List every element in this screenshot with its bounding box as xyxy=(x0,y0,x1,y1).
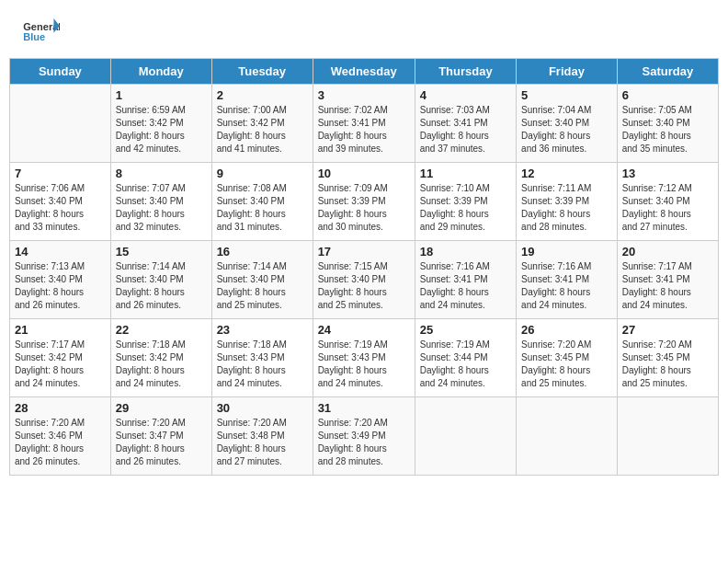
day-info: Sunrise: 7:04 AMSunset: 3:40 PMDaylight:… xyxy=(521,104,612,155)
calendar-cell: 7Sunrise: 7:06 AMSunset: 3:40 PMDaylight… xyxy=(10,163,111,241)
day-number: 12 xyxy=(521,167,612,180)
day-number: 28 xyxy=(15,401,106,415)
day-info: Sunrise: 7:17 AMSunset: 3:41 PMDaylight:… xyxy=(622,260,713,312)
day-number: 8 xyxy=(116,167,207,180)
day-number: 22 xyxy=(116,323,207,337)
calendar-cell xyxy=(517,397,618,476)
calendar-cell: 9Sunrise: 7:08 AMSunset: 3:40 PMDaylight… xyxy=(211,163,313,241)
calendar-cell: 11Sunrise: 7:10 AMSunset: 3:39 PMDayligh… xyxy=(415,163,516,241)
calendar-cell: 23Sunrise: 7:18 AMSunset: 3:43 PMDayligh… xyxy=(211,319,313,397)
calendar-cell: 2Sunrise: 7:00 AMSunset: 3:42 PMDaylight… xyxy=(211,85,313,163)
calendar-cell: 26Sunrise: 7:20 AMSunset: 3:45 PMDayligh… xyxy=(517,319,618,397)
calendar-cell: 25Sunrise: 7:19 AMSunset: 3:44 PMDayligh… xyxy=(415,319,516,397)
day-number: 23 xyxy=(217,323,308,337)
day-info: Sunrise: 7:15 AMSunset: 3:40 PMDaylight:… xyxy=(318,260,410,312)
day-info: Sunrise: 7:14 AMSunset: 3:40 PMDaylight:… xyxy=(217,260,308,312)
day-number: 17 xyxy=(318,245,410,259)
day-number: 1 xyxy=(116,88,207,102)
day-of-week-header: Thursday xyxy=(415,59,516,85)
day-info: Sunrise: 7:10 AMSunset: 3:39 PMDaylight:… xyxy=(420,182,511,234)
day-info: Sunrise: 7:06 AMSunset: 3:40 PMDaylight:… xyxy=(15,182,106,234)
day-info: Sunrise: 7:02 AMSunset: 3:41 PMDaylight:… xyxy=(318,104,410,155)
calendar-cell xyxy=(415,397,516,476)
day-number: 7 xyxy=(15,167,106,180)
day-info: Sunrise: 7:12 AMSunset: 3:40 PMDaylight:… xyxy=(622,182,713,234)
calendar-cell xyxy=(617,397,718,476)
day-number: 11 xyxy=(420,167,511,180)
calendar-cell: 21Sunrise: 7:17 AMSunset: 3:42 PMDayligh… xyxy=(10,319,111,397)
day-number: 27 xyxy=(622,323,713,337)
day-number: 6 xyxy=(622,88,713,102)
calendar-cell: 30Sunrise: 7:20 AMSunset: 3:48 PMDayligh… xyxy=(211,397,313,476)
calendar-cell: 29Sunrise: 7:20 AMSunset: 3:47 PMDayligh… xyxy=(110,397,211,476)
calendar-cell: 1Sunrise: 6:59 AMSunset: 3:42 PMDaylight… xyxy=(110,85,211,163)
day-of-week-header: Saturday xyxy=(617,59,718,85)
day-of-week-header: Friday xyxy=(517,59,618,85)
calendar-cell: 3Sunrise: 7:02 AMSunset: 3:41 PMDaylight… xyxy=(313,85,415,163)
day-number: 26 xyxy=(521,323,612,337)
calendar-cell: 16Sunrise: 7:14 AMSunset: 3:40 PMDayligh… xyxy=(211,241,313,319)
day-number: 10 xyxy=(318,167,410,180)
day-info: Sunrise: 7:16 AMSunset: 3:41 PMDaylight:… xyxy=(420,260,511,312)
calendar-cell: 27Sunrise: 7:20 AMSunset: 3:45 PMDayligh… xyxy=(617,319,718,397)
day-number: 29 xyxy=(116,401,207,415)
day-info: Sunrise: 7:20 AMSunset: 3:47 PMDaylight:… xyxy=(116,417,207,468)
day-number: 5 xyxy=(521,88,612,102)
day-info: Sunrise: 7:20 AMSunset: 3:45 PMDaylight:… xyxy=(521,339,612,390)
day-number: 21 xyxy=(15,323,106,337)
day-of-week-header: Sunday xyxy=(10,59,111,85)
day-number: 3 xyxy=(318,88,410,102)
day-info: Sunrise: 7:03 AMSunset: 3:41 PMDaylight:… xyxy=(420,104,511,155)
day-number: 31 xyxy=(318,401,410,415)
day-info: Sunrise: 7:16 AMSunset: 3:41 PMDaylight:… xyxy=(521,260,612,312)
day-info: Sunrise: 7:13 AMSunset: 3:40 PMDaylight:… xyxy=(15,260,106,312)
day-number: 19 xyxy=(521,245,612,259)
day-number: 25 xyxy=(420,323,511,337)
day-number: 18 xyxy=(420,245,511,259)
day-info: Sunrise: 7:11 AMSunset: 3:39 PMDaylight:… xyxy=(521,182,612,234)
day-info: Sunrise: 7:14 AMSunset: 3:40 PMDaylight:… xyxy=(116,260,207,312)
logo: General Blue xyxy=(23,18,63,46)
day-number: 24 xyxy=(318,323,410,337)
day-info: Sunrise: 7:09 AMSunset: 3:39 PMDaylight:… xyxy=(318,182,410,234)
calendar-cell: 31Sunrise: 7:20 AMSunset: 3:49 PMDayligh… xyxy=(313,397,415,476)
day-of-week-header: Wednesday xyxy=(313,59,415,85)
day-info: Sunrise: 7:05 AMSunset: 3:40 PMDaylight:… xyxy=(622,104,713,155)
calendar-cell: 20Sunrise: 7:17 AMSunset: 3:41 PMDayligh… xyxy=(617,241,718,319)
day-info: Sunrise: 7:00 AMSunset: 3:42 PMDaylight:… xyxy=(217,104,308,155)
day-info: Sunrise: 7:07 AMSunset: 3:40 PMDaylight:… xyxy=(116,182,207,234)
day-number: 2 xyxy=(217,88,308,102)
day-number: 14 xyxy=(15,245,106,259)
day-info: Sunrise: 7:20 AMSunset: 3:48 PMDaylight:… xyxy=(217,417,308,468)
day-of-week-header: Monday xyxy=(110,59,211,85)
day-info: Sunrise: 7:18 AMSunset: 3:42 PMDaylight:… xyxy=(116,339,207,390)
calendar-cell: 17Sunrise: 7:15 AMSunset: 3:40 PMDayligh… xyxy=(313,241,415,319)
day-info: Sunrise: 7:18 AMSunset: 3:43 PMDaylight:… xyxy=(217,339,308,390)
day-number: 16 xyxy=(217,245,308,259)
calendar-cell: 5Sunrise: 7:04 AMSunset: 3:40 PMDaylight… xyxy=(517,85,618,163)
calendar-cell: 15Sunrise: 7:14 AMSunset: 3:40 PMDayligh… xyxy=(110,241,211,319)
calendar-cell xyxy=(10,85,111,163)
day-info: Sunrise: 7:19 AMSunset: 3:44 PMDaylight:… xyxy=(420,339,511,390)
calendar-cell: 28Sunrise: 7:20 AMSunset: 3:46 PMDayligh… xyxy=(10,397,111,476)
day-of-week-header: Tuesday xyxy=(211,59,313,85)
day-info: Sunrise: 6:59 AMSunset: 3:42 PMDaylight:… xyxy=(116,104,207,155)
calendar-cell: 24Sunrise: 7:19 AMSunset: 3:43 PMDayligh… xyxy=(313,319,415,397)
day-info: Sunrise: 7:20 AMSunset: 3:45 PMDaylight:… xyxy=(622,339,713,390)
day-number: 13 xyxy=(622,167,713,180)
calendar-cell: 10Sunrise: 7:09 AMSunset: 3:39 PMDayligh… xyxy=(313,163,415,241)
calendar-cell: 4Sunrise: 7:03 AMSunset: 3:41 PMDaylight… xyxy=(415,85,516,163)
day-number: 9 xyxy=(217,167,308,180)
day-info: Sunrise: 7:20 AMSunset: 3:49 PMDaylight:… xyxy=(318,417,410,468)
calendar-cell: 19Sunrise: 7:16 AMSunset: 3:41 PMDayligh… xyxy=(517,241,618,319)
day-info: Sunrise: 7:17 AMSunset: 3:42 PMDaylight:… xyxy=(15,339,106,390)
day-number: 4 xyxy=(420,88,511,102)
calendar-cell: 14Sunrise: 7:13 AMSunset: 3:40 PMDayligh… xyxy=(10,241,111,319)
calendar-cell: 8Sunrise: 7:07 AMSunset: 3:40 PMDaylight… xyxy=(110,163,211,241)
calendar-cell: 22Sunrise: 7:18 AMSunset: 3:42 PMDayligh… xyxy=(110,319,211,397)
svg-text:Blue: Blue xyxy=(23,31,45,42)
calendar-cell: 13Sunrise: 7:12 AMSunset: 3:40 PMDayligh… xyxy=(617,163,718,241)
calendar-cell: 12Sunrise: 7:11 AMSunset: 3:39 PMDayligh… xyxy=(517,163,618,241)
day-number: 30 xyxy=(217,401,308,415)
calendar-cell: 6Sunrise: 7:05 AMSunset: 3:40 PMDaylight… xyxy=(617,85,718,163)
